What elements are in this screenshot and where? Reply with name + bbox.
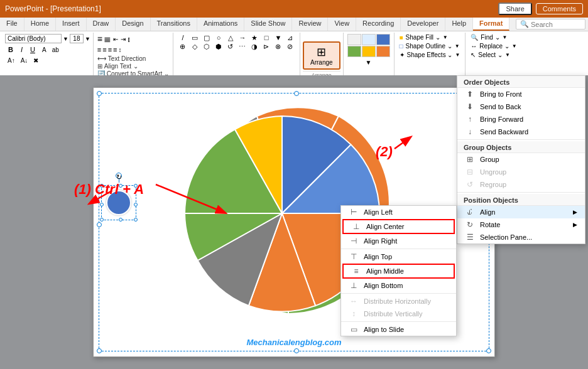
font-name-box[interactable]: Calibri (Body) <box>5 34 62 43</box>
sh-bm[interactable] <box>119 218 122 222</box>
shape-line[interactable]: / <box>177 34 188 42</box>
highlight-button[interactable]: ab <box>50 46 61 54</box>
tab-recording[interactable]: Recording <box>356 18 401 31</box>
shape-more[interactable]: ▼ <box>273 34 284 42</box>
tab-view[interactable]: View <box>328 18 356 31</box>
align-to-slide-item[interactable]: ▭ Align to Slide <box>341 323 456 336</box>
handle-br[interactable] <box>486 348 491 353</box>
bullets-button[interactable]: ≡ <box>97 34 102 44</box>
underline-button[interactable]: U <box>27 45 38 55</box>
align-left-button[interactable]: ≡ <box>97 46 101 53</box>
style-2[interactable] <box>362 34 376 45</box>
align-right-item[interactable]: ⊣ Align Right <box>341 235 456 247</box>
sh-bl[interactable] <box>100 218 104 222</box>
tab-animations[interactable]: Animations <box>197 18 244 31</box>
tab-developer[interactable]: Developer <box>401 18 445 31</box>
find-button[interactable]: 🔍Find ⌄▼ <box>471 34 516 41</box>
bring-to-front-item[interactable]: ⬆ Bring to Front <box>457 88 585 100</box>
handle-ml[interactable] <box>97 222 102 227</box>
divider-1 <box>457 139 585 140</box>
style-6[interactable] <box>376 46 390 57</box>
indent-decrease[interactable]: ⇤ <box>112 35 119 43</box>
text-direction-button[interactable]: ⟷Text Direction <box>97 55 169 62</box>
align-center-item[interactable]: ⊥ Align Center <box>342 219 455 234</box>
share-button[interactable]: Share <box>498 3 531 15</box>
bring-forward-item[interactable]: ↑ Bring Forward <box>457 113 585 126</box>
sh-mr[interactable] <box>134 203 138 206</box>
shape-effects-button[interactable]: ✦ Shape Effects ⌄▼ <box>400 51 460 58</box>
select-button[interactable]: ↖Select ⌄▼ <box>471 51 516 58</box>
shape-outline-button[interactable]: □ Shape Outline ⌄▼ <box>400 43 460 50</box>
font-size-box[interactable]: 18 <box>70 34 84 43</box>
style-5[interactable] <box>362 46 376 57</box>
shape-arrow[interactable]: → <box>237 34 248 42</box>
align-right-button[interactable]: ≡ <box>108 46 112 53</box>
tab-home[interactable]: Home <box>24 18 56 31</box>
tab-format[interactable]: Format <box>473 18 509 31</box>
shape-round-rect[interactable]: ▢ <box>201 34 212 42</box>
replace-button[interactable]: ↔Replace ⌄▼ <box>471 43 516 50</box>
send-backward-icon: ↓ <box>465 127 475 136</box>
distribute-h-item[interactable]: ↔ Distribute Horizontally <box>341 295 456 308</box>
send-to-back-item[interactable]: ⬇ Send to Back <box>457 100 585 113</box>
quick-styles-more[interactable]: ▼ <box>365 58 373 67</box>
tab-design[interactable]: Design <box>116 18 150 31</box>
tab-insert[interactable]: Insert <box>56 18 87 31</box>
handle-tm[interactable] <box>294 91 299 96</box>
tab-slideshow[interactable]: Slide Show <box>244 18 292 31</box>
rotate-item[interactable]: ↻ Rotate ▶ <box>457 218 585 231</box>
font-color-button[interactable]: A <box>40 45 49 55</box>
shape-rect[interactable]: ▭ <box>189 34 200 42</box>
tab-review[interactable]: Review <box>292 18 328 31</box>
numbering-button[interactable]: ≣ <box>104 34 111 44</box>
shape-callout[interactable]: □ <box>261 34 272 42</box>
line-spacing-button[interactable]: ↕ <box>119 46 122 53</box>
align-bottom-item[interactable]: ⊥ Align Bottom <box>341 279 456 292</box>
distribute-h-label: Distribute Horizontally <box>364 297 431 305</box>
sh-ml[interactable] <box>100 203 104 206</box>
search-input[interactable] <box>531 21 581 28</box>
tab-transitions[interactable]: Transitions <box>151 18 197 31</box>
font-increase-button[interactable]: A↑ <box>5 56 18 65</box>
align-right-label: Align Right <box>364 237 397 245</box>
shape-oval[interactable]: ○ <box>213 34 224 42</box>
group-item[interactable]: ⊞ Group <box>457 153 585 166</box>
font-decrease-button[interactable]: A↓ <box>18 56 31 65</box>
align-left-item[interactable]: ⊢ Align Left <box>341 206 456 218</box>
rotate-handle[interactable]: ↻ <box>116 173 122 179</box>
tab-file[interactable]: File <box>0 18 24 31</box>
style-1[interactable] <box>347 34 361 45</box>
justify-button[interactable]: ≡ <box>113 46 117 53</box>
style-4[interactable] <box>347 46 361 57</box>
style-3[interactable] <box>376 34 390 45</box>
bring-forward-label: Bring Forward <box>480 115 523 123</box>
align-middle-item[interactable]: ≡ Align Middle <box>342 264 455 279</box>
align-text-button[interactable]: ⊞Align Text ⌄ <box>97 63 169 70</box>
tab-draw[interactable]: Draw <box>87 18 116 31</box>
bold-button[interactable]: B <box>5 45 16 55</box>
send-backward-item[interactable]: ↓ Send Backward <box>457 126 585 138</box>
sh-br[interactable] <box>134 218 138 222</box>
comments-button[interactable]: Comments <box>536 3 583 14</box>
selection-pane-item[interactable]: ☰ Selection Pane... <box>457 231 585 243</box>
ungroup-item[interactable]: ⊟ Ungroup <box>457 166 585 178</box>
shape-fill-button[interactable]: ■ Shape Fill ⌄▼ <box>400 34 460 41</box>
arrange-button[interactable]: ⊞ Arrange <box>303 41 340 70</box>
shape-star[interactable]: ★ <box>249 34 260 42</box>
align-top-item[interactable]: ⊤ Align Top <box>341 250 456 263</box>
align-center-button[interactable]: ≡ <box>102 46 106 53</box>
shape-extra[interactable]: ⊿ <box>285 34 296 42</box>
distribute-v-item[interactable]: ↕ Distribute Vertically <box>341 308 456 320</box>
handle-bm[interactable] <box>294 348 299 353</box>
rotate-label: Rotate <box>480 221 500 228</box>
shape-triangle[interactable]: △ <box>225 34 236 42</box>
regroup-item[interactable]: ↺ Regroup <box>457 178 585 191</box>
handle-tl[interactable] <box>97 91 102 96</box>
align-item[interactable]: ⫝̸ Align ▶ <box>457 206 585 218</box>
indent-increase[interactable]: ⇥ <box>120 35 126 43</box>
tab-help[interactable]: Help <box>445 18 473 31</box>
columns-button[interactable]: ⫿ <box>128 36 131 43</box>
handle-bl[interactable] <box>97 348 102 353</box>
clear-format-button[interactable]: ✖ <box>31 56 41 65</box>
italic-button[interactable]: I <box>18 45 26 55</box>
